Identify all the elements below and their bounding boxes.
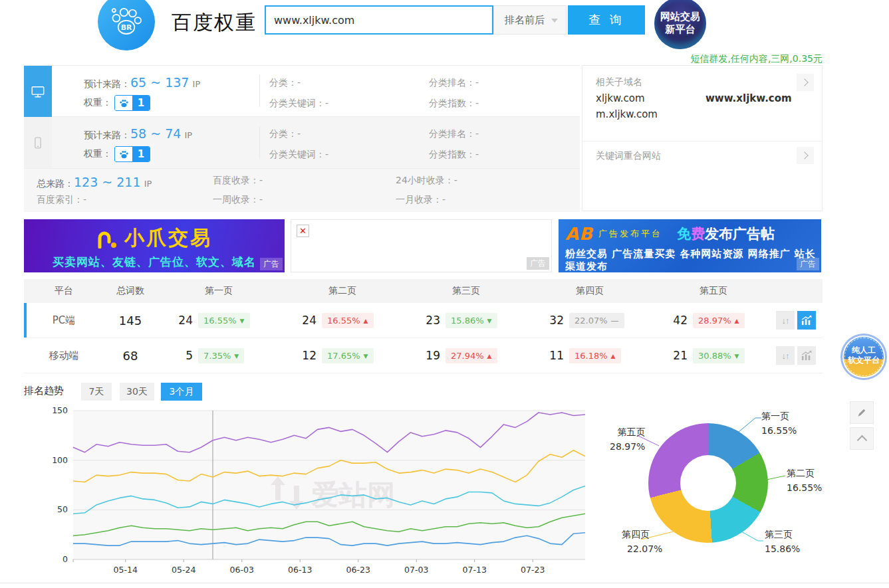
sms-promo-link[interactable]: 短信群发,任何内容,三网,0.35元 bbox=[690, 53, 823, 65]
device-tab-mobile[interactable] bbox=[24, 117, 52, 168]
tab-7days[interactable]: 7天 bbox=[81, 383, 112, 401]
donut-chart[interactable] bbox=[648, 423, 768, 543]
paw-m-icon bbox=[119, 149, 129, 159]
overview-panel: 预计来路：65 ~ 137 IP 权重： 1 分类：- 分类关键词：- 分类排名… bbox=[24, 65, 823, 211]
donut-label-page1: 第一页16.55% bbox=[761, 409, 797, 438]
donut-label-page4: 第四页22.07% bbox=[622, 527, 662, 556]
baidu-weight-page: BR 百度权重 排名前后 查 询 网站交易 新平台 短信群发,任何内容,三网,0… bbox=[0, 0, 889, 588]
back-to-top-button[interactable] bbox=[850, 427, 874, 450]
ad-tag: 广告 bbox=[260, 258, 283, 270]
broken-image-icon: ✕ bbox=[297, 225, 309, 237]
svg-text:07-23: 07-23 bbox=[521, 565, 545, 575]
subdomain-link[interactable]: xljkw.com bbox=[596, 92, 645, 104]
svg-text:05-14: 05-14 bbox=[114, 565, 138, 575]
svg-text:0: 0 bbox=[63, 554, 68, 564]
ab-logo: AB bbox=[565, 224, 593, 244]
tab-3months[interactable]: 3个月 bbox=[161, 383, 202, 401]
ad-tag: 广告 bbox=[797, 258, 819, 270]
page-count-cell: 2416.55%▲ bbox=[281, 313, 404, 328]
page-count-cell: 4228.97%▲ bbox=[652, 313, 775, 328]
sort-arrows-icon: ↓↑ bbox=[782, 316, 789, 326]
overview-main: 预计来路：65 ~ 137 IP 权重： 1 分类：- 分类关键词：- 分类排名… bbox=[24, 65, 580, 211]
page-count-cell: 3222.07%— bbox=[528, 313, 652, 328]
paw-logo-icon: BR bbox=[106, 1, 147, 43]
bar-chart-icon bbox=[801, 350, 812, 361]
ad-tag: 广告 bbox=[527, 257, 549, 270]
chevron-up-icon bbox=[856, 435, 867, 446]
subdomain-link[interactable]: m.xljkw.com bbox=[596, 108, 658, 120]
chevron-down-icon bbox=[551, 19, 558, 23]
svg-text:BR: BR bbox=[121, 23, 132, 32]
svg-text:06-23: 06-23 bbox=[346, 565, 370, 575]
mobile-icon bbox=[31, 136, 45, 150]
category-rank: 分类排名：- bbox=[429, 77, 479, 89]
query-button[interactable]: 查 询 bbox=[568, 5, 645, 35]
traffic-value: 65 ~ 137 bbox=[130, 75, 189, 90]
weight-label: 权重： bbox=[84, 97, 112, 109]
page-count-cell: 1116.18%▲ bbox=[528, 348, 652, 363]
table-header: 平台 总词数 第一页 第二页 第三页 第四页 第五页 bbox=[24, 279, 823, 303]
subdomains-more-button[interactable] bbox=[797, 74, 814, 91]
feedback-button[interactable] bbox=[850, 401, 874, 424]
svg-text:05-24: 05-24 bbox=[172, 565, 195, 575]
svg-text:07-13: 07-13 bbox=[463, 565, 487, 575]
site-logo[interactable]: BR bbox=[98, 0, 155, 50]
table-row-mobile: 移动端 68 57.35%▼1217.65%▼1927.94%▲1116.18%… bbox=[24, 338, 823, 373]
category-keywords: 分类关键词：- bbox=[269, 98, 328, 110]
page-count-cell: 1927.94%▲ bbox=[404, 348, 528, 363]
page-count-cell: 2130.88%▼ bbox=[652, 348, 775, 363]
baidu-weight-badge-pc[interactable]: 1 bbox=[114, 95, 150, 111]
overview-row-pc: 预计来路：65 ~ 137 IP 权重： 1 分类：- 分类关键词：- 分类排名… bbox=[52, 66, 580, 117]
paw-icon bbox=[119, 98, 129, 108]
chevron-right-icon bbox=[801, 78, 808, 86]
rank-order-dropdown[interactable]: 排名前后 bbox=[493, 5, 567, 35]
tab-30days[interactable]: 30天 bbox=[120, 383, 154, 401]
sort-button[interactable]: ↓↑ bbox=[776, 311, 795, 330]
baidu-weight-badge-mobile[interactable]: 1 bbox=[114, 146, 150, 162]
device-tab-pc[interactable] bbox=[24, 66, 52, 117]
week-included: 一周收录：- bbox=[213, 194, 263, 206]
subdomain-link-current[interactable]: www.xljkw.com bbox=[705, 92, 792, 104]
chevron-right-icon bbox=[801, 151, 808, 159]
footer-divider bbox=[0, 583, 889, 583]
donut-label-page2: 第二页16.55% bbox=[787, 466, 822, 495]
ad-banner-xiaozhua[interactable]: 小爪交易 买卖网站、友链、广告位、软文、域名 广告 bbox=[24, 219, 285, 272]
svg-text:150: 150 bbox=[52, 405, 68, 415]
month-included: 一月收录：- bbox=[396, 194, 445, 206]
category: 分类：- bbox=[269, 77, 301, 89]
svg-text:06-03: 06-03 bbox=[230, 565, 254, 575]
overlap-more-button[interactable] bbox=[797, 147, 814, 164]
h24-included: 24小时收录：- bbox=[396, 175, 457, 187]
page-count-cell: 1217.65%▼ bbox=[281, 348, 404, 363]
ad-banner-empty[interactable]: ✕ 广告 bbox=[291, 219, 552, 272]
baidu-index: 百度索引：- bbox=[37, 194, 86, 206]
category-index: 分类指数：- bbox=[429, 98, 479, 110]
trend-section-title: 排名趋势 bbox=[24, 385, 64, 397]
overview-row-mobile: 预计来路：58 ~ 74 IP 权重： 1 分类：- 分类关键词：- 分类排名：… bbox=[52, 117, 580, 168]
svg-text:100: 100 bbox=[52, 455, 68, 465]
bar-chart-icon bbox=[801, 315, 812, 326]
donut-label-page5: 第五页28.97% bbox=[610, 425, 645, 454]
dropdown-label: 排名前后 bbox=[505, 14, 545, 27]
baidu-included: 百度收录：- bbox=[213, 175, 263, 187]
svg-text:07-03: 07-03 bbox=[404, 565, 428, 575]
page-count-cell: 2315.86%▼ bbox=[404, 313, 528, 328]
search-input[interactable] bbox=[265, 5, 493, 35]
table-row-pc: PC端 145 2416.55%▼2416.55%▲2315.86%▼3222.… bbox=[24, 303, 823, 338]
site-trade-badge[interactable]: 网站交易 新平台 bbox=[654, 0, 706, 49]
rank-trend-chart[interactable]: 爱站网05-1405-2406-0306-1306-2307-0307-1307… bbox=[24, 404, 589, 583]
svg-text:爱站网: 爱站网 bbox=[311, 478, 395, 511]
soft-article-badge[interactable]: 纯人工 软文平台 bbox=[842, 336, 885, 378]
trend-chart-button[interactable] bbox=[797, 346, 816, 365]
overview-totals: 总来路：123 ~ 211 IP 百度索引：- 百度收录：- 一周收录：- 24… bbox=[24, 168, 580, 212]
ad-banner-adpost[interactable]: AB 广告发布平台 免费发布广告帖 粉丝交易 广告流量买卖 各种网站资源 网络推… bbox=[559, 219, 821, 272]
trend-chart-button[interactable] bbox=[797, 311, 816, 330]
traffic-label: 预计来路： bbox=[84, 78, 130, 89]
page-distribution-chart: 第一页16.55% 第二页16.55% 第三页15.86% 第四页22.07% … bbox=[598, 401, 823, 583]
keyword-table: 平台 总词数 第一页 第二页 第三页 第四页 第五页 PC端 145 2416.… bbox=[24, 279, 823, 373]
donut-label-page3: 第三页15.86% bbox=[765, 527, 800, 556]
page-title: 百度权重 bbox=[172, 9, 257, 37]
sort-arrows-icon: ↓↑ bbox=[782, 351, 789, 361]
svg-text:50: 50 bbox=[57, 504, 68, 514]
sort-button[interactable]: ↓↑ bbox=[776, 346, 795, 365]
